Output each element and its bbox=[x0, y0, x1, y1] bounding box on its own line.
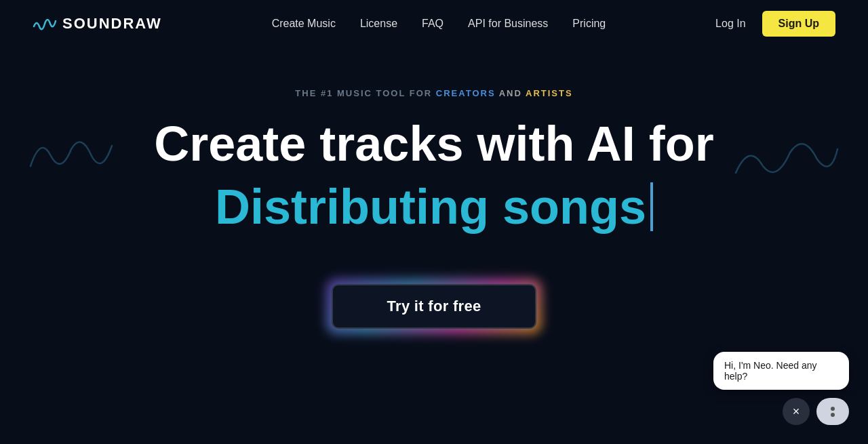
soundraw-logo-icon bbox=[33, 14, 57, 33]
nav-link-license[interactable]: License bbox=[360, 18, 397, 30]
close-icon: × bbox=[793, 405, 800, 419]
chat-controls: × bbox=[783, 398, 849, 425]
hero-subtitle-text: Distributing songs bbox=[215, 178, 646, 236]
tagline: THE #1 MUSIC TOOL FOR CREATORS AND ARTIS… bbox=[295, 88, 572, 98]
tagline-and: AND bbox=[496, 88, 526, 98]
logo-text: SOUNDRAW bbox=[62, 15, 162, 33]
tagline-artists: ARTISTS bbox=[526, 88, 573, 98]
nav-link-faq[interactable]: FAQ bbox=[422, 18, 443, 30]
cta-container: Try it for free bbox=[332, 284, 537, 329]
nav-link-create-music[interactable]: Create Music bbox=[272, 18, 336, 30]
signup-button[interactable]: Sign Up bbox=[762, 11, 835, 37]
wave-decoration-left bbox=[27, 129, 115, 186]
tagline-prefix: THE #1 MUSIC TOOL FOR bbox=[295, 88, 435, 98]
nav-link-pricing[interactable]: Pricing bbox=[572, 18, 606, 30]
chat-bubble: Hi, I'm Neo. Need any help? bbox=[713, 352, 849, 390]
navbar: SOUNDRAW Create Music License FAQ API fo… bbox=[0, 0, 868, 47]
chat-dot-1 bbox=[831, 407, 835, 411]
hero-subtitle: Distributing songs bbox=[215, 178, 653, 236]
nav-links: Create Music License FAQ API for Busines… bbox=[272, 18, 606, 30]
nav-actions: Log In Sign Up bbox=[715, 11, 835, 37]
typing-cursor bbox=[650, 182, 653, 231]
login-button[interactable]: Log In bbox=[715, 18, 745, 30]
nav-link-api[interactable]: API for Business bbox=[468, 18, 548, 30]
hero-title: Create tracks with AI for bbox=[154, 117, 714, 171]
chat-dot-2 bbox=[831, 413, 835, 417]
chat-widget: Hi, I'm Neo. Need any help? × bbox=[713, 352, 849, 425]
hero-section: THE #1 MUSIC TOOL FOR CREATORS AND ARTIS… bbox=[0, 47, 868, 329]
try-free-button[interactable]: Try it for free bbox=[332, 284, 537, 329]
wave-decoration-right bbox=[732, 129, 841, 193]
chat-close-button[interactable]: × bbox=[783, 398, 810, 425]
logo[interactable]: SOUNDRAW bbox=[33, 14, 162, 33]
tagline-creators: CREATORS bbox=[436, 88, 496, 98]
chat-open-button[interactable] bbox=[816, 398, 849, 425]
